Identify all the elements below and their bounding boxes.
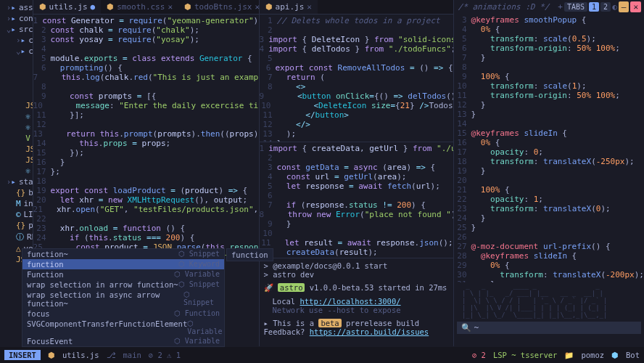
- code-line[interactable]: 1const Generator = require("yeoman-gener…: [33, 16, 259, 25]
- code-line[interactable]: 13}: [454, 110, 644, 119]
- tree-item[interactable]: # navbar.css: [0, 57, 33, 68]
- code-line[interactable]: 12 createData(result);: [260, 248, 453, 257]
- code-line[interactable]: 23 transform: translateX(0);: [454, 204, 644, 213]
- tree-item[interactable]: JS store.js: [0, 144, 33, 155]
- tree-item[interactable]: › ▸ assets: [0, 2, 33, 13]
- code-line[interactable]: 13 );: [260, 129, 453, 139]
- code-line[interactable]: 1import { createData, getUrl } from "./u…: [260, 144, 453, 153]
- code-line[interactable]: 14: [454, 119, 644, 129]
- code-line[interactable]: 13};: [260, 257, 453, 258]
- tree-item[interactable]: V land.vue: [0, 133, 33, 144]
- autocomplete-item[interactable]: focus⬡ Function: [22, 309, 224, 319]
- autocomplete-popup[interactable]: function~⬡ Snippetfunction⬡ KeywordFunct…: [22, 248, 225, 347]
- editor-tab[interactable]: ⬢todoBtns.jsx✕: [178, 0, 265, 14]
- add-tab-icon[interactable]: +: [558, 2, 563, 12]
- code-line[interactable]: 3const getData = async (area) => {: [260, 163, 453, 172]
- code-line[interactable]: 10 transform: scale(1);: [454, 81, 644, 91]
- code-line[interactable]: 8 <>: [260, 82, 453, 91]
- tree-item[interactable]: # smooth.css: [0, 68, 33, 78]
- code-line[interactable]: 12 </>: [260, 120, 453, 129]
- code-line[interactable]: 4 const url = getUrl(area);: [260, 172, 453, 182]
- tree-item[interactable]: ⌄ ▸ src: [0, 24, 33, 35]
- tab-num-1[interactable]: 1: [589, 2, 599, 12]
- code-line[interactable]: 19export const loadProduct = (product) =…: [33, 186, 259, 195]
- autocomplete-item[interactable]: FocusEvent⬡ Variable: [22, 336, 224, 346]
- code-line[interactable]: 6export const RemoveAllTodos = () => {: [260, 63, 453, 73]
- code-line[interactable]: 18: [33, 176, 259, 186]
- tree-item[interactable]: JS utils.js: [0, 155, 33, 166]
- tree-item[interactable]: ⚛ index.jsx: [0, 122, 33, 133]
- code-line[interactable]: 16 }: [33, 158, 259, 167]
- autocomplete-item[interactable]: function~⬡ Snippet: [22, 249, 224, 259]
- code-line[interactable]: 15 });: [33, 148, 259, 158]
- code-line[interactable]: 24 }: [454, 213, 644, 223]
- code-line[interactable]: 10 <DeleteIcon size={21} />Todos: [260, 101, 453, 110]
- code-line[interactable]: 6 transform-origin: 50% 100%;: [454, 44, 644, 53]
- code-line[interactable]: 11 let result = await response.json();: [260, 238, 453, 248]
- code-line[interactable]: 7 this.log(chalk.red("This is just an ex…: [33, 73, 259, 82]
- code-line[interactable]: 12 }: [454, 100, 644, 110]
- code-line[interactable]: 3const yosay = require("yosay");: [33, 35, 259, 44]
- autocomplete-item[interactable]: SVGComponentTransferFunctionElement⬡ Var…: [22, 319, 224, 336]
- editor-tab[interactable]: ⬢utils.js●: [33, 0, 102, 14]
- code-line[interactable]: 3@keyframes smoothPopup {: [454, 15, 644, 25]
- code-line[interactable]: 24 if (this.status === 200) {: [33, 233, 259, 242]
- code-line[interactable]: 8: [454, 62, 644, 72]
- code-line[interactable]: 17 opacity: 0;: [454, 147, 644, 157]
- code-line[interactable]: 7 return (: [260, 73, 453, 82]
- code-line[interactable]: 2: [260, 153, 453, 163]
- code-line[interactable]: 13 return this.prompt(prompts).then((pro…: [33, 129, 259, 139]
- code-line[interactable]: 6 prompting() {: [33, 63, 259, 73]
- code-line[interactable]: 19 }: [454, 166, 644, 176]
- code-line[interactable]: 10: [260, 229, 453, 238]
- code-line[interactable]: 21 100% {: [454, 185, 644, 195]
- editor-tab[interactable]: ⬢api.js✕: [260, 0, 318, 14]
- code-line[interactable]: 4import { delTodos } from "./todoFuncs";: [260, 44, 453, 54]
- editor-tab[interactable]: ⬢smooth.css✕: [101, 0, 178, 14]
- code-line[interactable]: 20 let xhr = new XMLHttpRequest(), outpu…: [33, 195, 259, 205]
- code-line[interactable]: 22 opacity: 1;: [454, 195, 644, 204]
- code-line[interactable]: 14 this.props = props;: [33, 139, 259, 148]
- code-line[interactable]: 9 100% {: [454, 72, 644, 81]
- code-line[interactable]: 5module.exports = class extends Generato…: [33, 54, 259, 63]
- code-line[interactable]: 7 if (response.status != 200) {: [260, 200, 453, 210]
- code-line[interactable]: 9 }: [260, 219, 453, 229]
- code-line[interactable]: 25}: [454, 223, 644, 232]
- tab-num-2[interactable]: 2: [600, 2, 611, 12]
- code-line[interactable]: 3import { DeleteIcon } from "solid-icons…: [260, 35, 453, 44]
- tree-item[interactable]: # style.css: [0, 78, 33, 89]
- code-line[interactable]: 31 }: [454, 280, 644, 282]
- code-line[interactable]: 20: [454, 176, 644, 185]
- code-line[interactable]: 1// Delets whole todos in a project: [260, 16, 453, 25]
- tree-item[interactable]: › ▸ static: [0, 176, 33, 187]
- minimize-icon[interactable]: –: [619, 1, 629, 12]
- code-line[interactable]: 29 0% {: [454, 261, 644, 270]
- autocomplete-item[interactable]: Function⬡ Variable: [22, 269, 224, 280]
- code-line[interactable]: 16 0% {: [454, 138, 644, 147]
- code-line[interactable]: 23 xhr.onload = function () {: [33, 224, 259, 233]
- code-line[interactable]: 5: [260, 54, 453, 63]
- code-line[interactable]: 2const chalk = require("chalk");: [33, 25, 259, 35]
- tree-item[interactable]: ⚛ App.jsx: [0, 111, 33, 122]
- tree-item[interactable]: © LICENSE: [0, 209, 33, 220]
- code-line[interactable]: 28 @keyframes slideIn {: [454, 251, 644, 261]
- tree-item[interactable]: # timer.css: [0, 89, 33, 100]
- code-line[interactable]: 11 </button>: [260, 110, 453, 120]
- search-mini[interactable]: 🔍 ~: [457, 322, 641, 334]
- code-line[interactable]: 9 const prompts = [{: [33, 91, 259, 101]
- tree-item[interactable]: {} babel.config.js: [0, 187, 33, 198]
- autocomplete-item[interactable]: wrap selection in async arrow function~⬡…: [22, 290, 224, 309]
- code-line[interactable]: 4: [33, 44, 259, 54]
- code-line[interactable]: 5 transform: scale(0.5);: [454, 34, 644, 44]
- tree-item[interactable]: M index.html: [0, 198, 33, 209]
- code-line[interactable]: 5 let response = await fetch(url);: [260, 182, 453, 191]
- tree-item[interactable]: {} package.json: [0, 220, 33, 231]
- code-line[interactable]: 15@keyframes slideIn {: [454, 129, 644, 138]
- tree-item[interactable]: ⌄ ▸ css: [0, 46, 33, 57]
- tree-item[interactable]: › ▸ config: [0, 13, 33, 24]
- code-line[interactable]: 11 }];: [33, 110, 259, 120]
- code-line[interactable]: 12: [33, 120, 259, 129]
- code-line[interactable]: 27@-moz-document url-prefix() {: [454, 242, 644, 251]
- code-line[interactable]: 10 message: "Enter the daily excercise t…: [33, 101, 259, 110]
- tree-item[interactable]: JS api.js: [0, 100, 33, 111]
